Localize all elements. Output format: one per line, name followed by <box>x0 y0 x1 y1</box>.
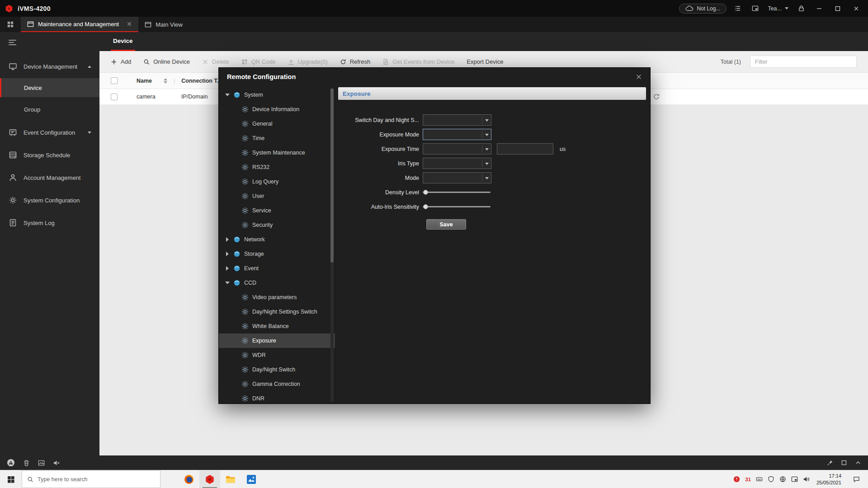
action-center-button[interactable] <box>848 476 864 483</box>
tree-group-ccd[interactable]: CCD <box>219 276 335 290</box>
auto-iris-sensitivity-slider[interactable] <box>423 201 491 212</box>
tree-scrollbar[interactable] <box>330 88 334 402</box>
sort-up-icon <box>164 78 167 80</box>
tree-item-day-night-switch[interactable]: Day/Night Switch <box>219 362 335 377</box>
taskbar-search-input[interactable] <box>38 476 146 483</box>
delete-button[interactable]: Delete <box>202 58 229 65</box>
tree-item-white-balance[interactable]: White Balance <box>219 319 335 333</box>
close-button[interactable] <box>849 3 863 14</box>
taskbar-search[interactable] <box>22 470 160 488</box>
expand-window-icon[interactable] <box>841 460 847 465</box>
alarm-triggered-icon[interactable] <box>7 459 15 467</box>
taskbar-clock[interactable]: 17:14 25/05/2021 <box>815 473 843 486</box>
save-button[interactable]: Save <box>426 219 466 230</box>
pin-icon[interactable] <box>827 460 833 466</box>
taskbar-app-ivms[interactable] <box>199 470 220 488</box>
tree-item-day-night-settings-switch[interactable]: Day/Night Settings Switch <box>219 305 335 319</box>
iris-type-select[interactable] <box>423 158 491 169</box>
tree-item-service[interactable]: Service <box>219 203 335 218</box>
tree-group-event[interactable]: Event <box>219 261 335 276</box>
tab-close-icon[interactable] <box>127 21 132 27</box>
sidebar-item-storage-schedule[interactable]: Storage Schedule <box>0 146 99 164</box>
tree-item-rs232[interactable]: RS232 <box>219 160 335 174</box>
select-all-checkbox[interactable] <box>111 77 118 84</box>
taskbar-app-firefox[interactable] <box>179 470 199 488</box>
row-checkbox[interactable] <box>111 94 118 100</box>
sort-control[interactable] <box>164 78 167 84</box>
tree-item-time[interactable]: Time <box>219 131 335 145</box>
tree-item-gamma-correction[interactable]: Gamma Correction <box>219 377 335 391</box>
user-menu[interactable]: Tea... <box>766 5 790 12</box>
network-icon[interactable] <box>779 476 786 483</box>
tab-maintenance-and-management[interactable]: Maintenance and Management <box>21 17 138 32</box>
scrollbar-thumb[interactable] <box>330 89 334 263</box>
lock-button[interactable] <box>794 3 808 14</box>
upgrade-button[interactable]: Upgrade(0) <box>288 58 328 65</box>
switch-day-night-select[interactable] <box>423 114 491 126</box>
slider-handle[interactable] <box>423 190 428 195</box>
chevron-up-icon[interactable] <box>855 460 861 466</box>
row-refresh-icon[interactable] <box>653 93 660 100</box>
refresh-button[interactable]: Refresh <box>340 58 371 65</box>
sidebar-item-device[interactable]: Device <box>0 78 99 97</box>
event-list-button[interactable] <box>731 3 744 14</box>
dialog-close-icon[interactable] <box>636 74 642 80</box>
plus-icon <box>111 59 117 65</box>
volume-icon[interactable] <box>803 476 810 483</box>
online-device-button[interactable]: Online Device <box>143 58 190 65</box>
column-divider: | <box>174 78 175 84</box>
tree-item-wdr[interactable]: WDR <box>219 348 335 362</box>
qr-code-button[interactable]: QR Code <box>241 58 276 65</box>
minimize-button[interactable] <box>812 3 826 14</box>
chevron-right-icon <box>225 266 230 271</box>
alarm-tray-icon[interactable] <box>733 476 740 483</box>
sidebar-item-group[interactable]: Group <box>0 100 99 119</box>
tree-item-security[interactable]: Security <box>219 218 335 232</box>
touch-keyboard-icon[interactable] <box>756 476 763 483</box>
sidebar-item-account-management[interactable]: Account Management <box>0 169 99 187</box>
exposure-time-input[interactable] <box>497 143 553 155</box>
display-icon[interactable] <box>791 476 798 483</box>
tree-group-network[interactable]: Network <box>219 232 335 247</box>
tree-group-storage[interactable]: Storage <box>219 247 335 261</box>
window-layout-button[interactable] <box>748 3 762 14</box>
tab-main-view[interactable]: Main View <box>138 17 189 32</box>
maximize-button[interactable] <box>830 3 845 14</box>
taskbar-app-photos[interactable] <box>241 470 262 488</box>
density-level-slider[interactable] <box>423 187 491 198</box>
mute-icon[interactable] <box>53 460 60 466</box>
tree-item-log-query[interactable]: Log Query <box>219 174 335 189</box>
filter-input[interactable] <box>750 56 857 68</box>
trash-icon[interactable] <box>23 460 30 466</box>
add-button[interactable]: Add <box>111 58 131 65</box>
exposure-time-select[interactable] <box>423 143 491 155</box>
export-device-button[interactable]: Export Device <box>467 58 503 65</box>
taskbar-app-file-explorer[interactable] <box>220 470 241 488</box>
tree-item-general[interactable]: General <box>219 117 335 131</box>
tree-item-dnr[interactable]: DNR <box>219 391 335 404</box>
exposure-mode-select[interactable] <box>423 129 491 140</box>
sidebar-collapse-button[interactable] <box>0 32 99 53</box>
sidebar-item-system-log[interactable]: System Log <box>0 214 99 232</box>
category-icon <box>233 250 241 258</box>
home-menu-button[interactable] <box>0 17 21 32</box>
cloud-login-button[interactable]: Not Log... <box>679 4 726 14</box>
tree-item-system-maintenance[interactable]: System Maintenance <box>219 145 335 160</box>
tree-group-system[interactable]: System <box>219 88 335 102</box>
tree-item-exposure[interactable]: Exposure <box>219 333 335 348</box>
tree-item-user[interactable]: User <box>219 189 335 203</box>
image-capture-icon[interactable] <box>38 460 45 466</box>
sort-down-icon <box>164 81 167 84</box>
get-events-button[interactable]: Get Events from Device <box>382 58 454 65</box>
mode-select[interactable] <box>423 172 491 183</box>
tab-device[interactable]: Device <box>111 32 135 51</box>
sidebar-item-device-management[interactable]: Device Management <box>0 57 99 75</box>
sidebar-item-event-configuration[interactable]: Event Configuration <box>0 123 99 141</box>
start-button[interactable] <box>0 470 22 488</box>
folder-icon <box>225 474 236 485</box>
slider-handle[interactable] <box>423 204 428 209</box>
tree-item-device-information[interactable]: Device Information <box>219 102 335 117</box>
tree-item-video-parameters[interactable]: Video parameters <box>219 290 335 305</box>
sidebar-item-system-configuration[interactable]: System Configuration <box>0 191 99 209</box>
shield-icon[interactable] <box>768 476 774 483</box>
